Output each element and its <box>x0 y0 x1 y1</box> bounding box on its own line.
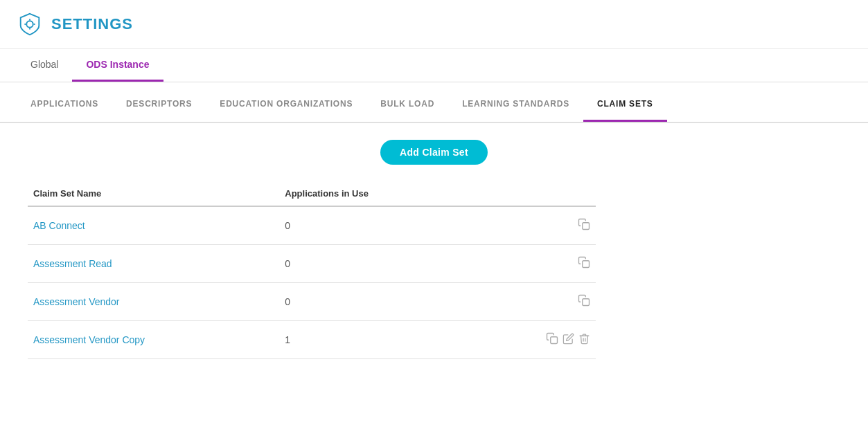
table-row: Assessment Vendor Copy1 <box>28 321 596 359</box>
apps-in-use-cell: 0 <box>279 206 473 245</box>
sub-nav-bar: APPLICATIONS DESCRIPTORS EDUCATION ORGAN… <box>0 88 868 123</box>
claim-set-name-cell: Assessment Read <box>28 245 279 283</box>
table-row: Assessment Read0 <box>28 245 596 283</box>
settings-icon <box>17 11 43 37</box>
actions-cell <box>474 206 596 245</box>
subnav-applications[interactable]: APPLICATIONS <box>17 88 112 122</box>
claim-set-name-link[interactable]: Assessment Vendor <box>33 296 120 307</box>
svg-rect-5 <box>583 223 590 230</box>
add-claim-set-button[interactable]: Add Claim Set <box>380 140 488 165</box>
copy-icon[interactable] <box>578 256 590 271</box>
claim-set-name-cell: Assessment Vendor Copy <box>28 321 279 359</box>
claim-set-name-cell: Assessment Vendor <box>28 283 279 321</box>
add-button-row: Add Claim Set <box>28 140 840 165</box>
actions-cell <box>474 321 596 359</box>
apps-in-use-cell: 0 <box>279 283 473 321</box>
claim-set-name-link[interactable]: AB Connect <box>33 220 85 231</box>
top-tab-bar: Global ODS Instance <box>0 49 868 82</box>
svg-point-0 <box>26 21 33 28</box>
actions-cell <box>474 245 596 283</box>
subnav-claim-sets[interactable]: CLAIM SETS <box>583 88 667 122</box>
apps-in-use-cell: 1 <box>279 321 473 359</box>
col-header-name: Claim Set Name <box>28 181 279 206</box>
subnav-education-organizations[interactable]: EDUCATION ORGANIZATIONS <box>206 88 366 122</box>
claim-sets-table: Claim Set Name Applications in Use AB Co… <box>28 181 596 359</box>
claim-set-name-link[interactable]: Assessment Read <box>33 258 112 269</box>
edit-icon[interactable] <box>563 333 574 347</box>
main-content: Add Claim Set Claim Set Name Application… <box>0 123 868 376</box>
page-header: SETTINGS <box>0 0 868 49</box>
subnav-descriptors[interactable]: DESCRIPTORS <box>112 88 206 122</box>
copy-icon[interactable] <box>578 218 590 233</box>
col-header-apps: Applications in Use <box>279 181 473 206</box>
table-row: AB Connect0 <box>28 206 596 245</box>
svg-rect-8 <box>551 337 558 344</box>
delete-icon[interactable] <box>578 333 590 347</box>
copy-icon[interactable] <box>578 294 590 309</box>
svg-rect-6 <box>583 261 590 268</box>
table-row: Assessment Vendor0 <box>28 283 596 321</box>
page-title: SETTINGS <box>51 15 133 33</box>
claim-set-name-link[interactable]: Assessment Vendor Copy <box>33 334 145 345</box>
copy-icon[interactable] <box>546 332 558 347</box>
actions-cell <box>474 283 596 321</box>
subnav-bulk-load[interactable]: BULK LOAD <box>366 88 448 122</box>
subnav-learning-standards[interactable]: LEARNING STANDARDS <box>448 88 583 122</box>
tab-global[interactable]: Global <box>17 49 72 82</box>
svg-rect-7 <box>583 299 590 306</box>
tab-ods-instance[interactable]: ODS Instance <box>72 49 163 82</box>
apps-in-use-cell: 0 <box>279 245 473 283</box>
claim-set-name-cell: AB Connect <box>28 206 279 245</box>
